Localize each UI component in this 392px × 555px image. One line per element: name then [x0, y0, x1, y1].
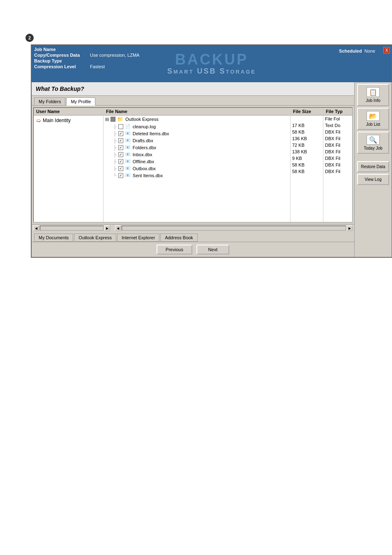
- left-panel: What To Backup? My Folders My Profile Us…: [32, 82, 355, 257]
- copy-compress-value: Use compression, LZMA: [90, 53, 139, 58]
- job-list-icon: 📂: [367, 111, 380, 121]
- item-0-checkbox[interactable]: [118, 124, 123, 129]
- dbx-file-icon-7: 📧: [125, 173, 131, 178]
- size-6: 58 KB: [291, 162, 323, 168]
- top-tabs: My Folders My Profile: [32, 96, 354, 106]
- dbx-file-icon-2: 📧: [125, 138, 131, 143]
- tree-line: └: [113, 173, 117, 178]
- next-button[interactable]: Next: [196, 245, 229, 254]
- view-log-label: View Log: [365, 177, 382, 182]
- tree-line: ├: [113, 124, 117, 129]
- user-name-header: User Name: [34, 108, 103, 116]
- scroll-right-btn[interactable]: ▶: [104, 225, 110, 231]
- view-log-button[interactable]: View Log: [357, 174, 389, 185]
- tree-line: ├: [113, 138, 117, 143]
- tree-item[interactable]: ├ 📧 Folders.dbx: [104, 144, 290, 151]
- item-7-label: Sent Items.dbx: [133, 173, 163, 178]
- step-number: 2: [25, 34, 34, 42]
- item-2-checkbox[interactable]: [118, 138, 123, 143]
- previous-button[interactable]: Previous: [157, 245, 192, 254]
- tree-item[interactable]: ├ 📧 Deleted Items.dbx: [104, 130, 290, 137]
- tree-item[interactable]: └ 📧 Sent Items.dbx: [104, 172, 290, 179]
- size-5: 9 KB: [291, 155, 323, 162]
- job-info-icon: 📋: [367, 87, 380, 97]
- header-info: Job Name Copy/Compress Data Use compress…: [34, 47, 389, 69]
- tree-expand-icon: ⊟: [105, 117, 109, 122]
- file-type-pane: File Typ File Fol Text Do DBX Fil DBX Fi…: [323, 108, 352, 222]
- file-size-header: File Size: [291, 108, 323, 116]
- tree-item[interactable]: ├ 📧 Offline.dbx: [104, 158, 290, 165]
- file-browser: User Name ➯ Main Identity File Name ⊟ 📁 …: [33, 107, 353, 222]
- dbx-file-icon-5: 📧: [125, 159, 131, 164]
- size-1: 58 KB: [291, 129, 323, 135]
- type-7: DBX Fil: [323, 168, 352, 175]
- dbx-file-icon-6: 📧: [125, 166, 131, 171]
- user-pane: User Name ➯ Main Identity: [34, 108, 104, 222]
- user-arrow-icon: ➯: [36, 117, 41, 124]
- tab-address-book[interactable]: Address Book: [160, 234, 197, 242]
- item-3-label: Folders.dbx: [133, 145, 156, 150]
- type-0: Text Do: [323, 122, 352, 129]
- size-7: 58 KB: [291, 168, 323, 175]
- compression-level-value: Fastest: [90, 64, 105, 69]
- type-root: File Fol: [323, 116, 352, 122]
- today-job-button[interactable]: 🔍 Today Job: [357, 132, 389, 154]
- tab-my-documents[interactable]: My Documents: [34, 234, 73, 242]
- size-root: [291, 116, 323, 122]
- nav-buttons: Previous Next: [32, 242, 354, 257]
- user-label: Main Identity: [43, 118, 71, 123]
- item-6-checkbox[interactable]: [118, 166, 123, 171]
- job-name-label: Job Name: [34, 47, 88, 52]
- size-2: 136 KB: [291, 135, 323, 142]
- tree-line: ├: [113, 159, 117, 164]
- item-2-label: Drafts.dbx: [133, 138, 153, 143]
- item-1-checkbox[interactable]: [118, 131, 123, 136]
- item-4-checkbox[interactable]: [118, 152, 123, 157]
- tree-item[interactable]: ├ 📧 Outbox.dbx: [104, 165, 290, 172]
- tab-internet-explorer[interactable]: Internet Explorer: [117, 234, 159, 242]
- dbx-file-icon-3: 📧: [125, 145, 131, 150]
- type-4: DBX Fil: [323, 148, 352, 155]
- job-list-button[interactable]: 📂 Job List: [357, 108, 389, 130]
- job-info-button[interactable]: 📋 Job Info: [357, 84, 389, 106]
- tree-item[interactable]: ├ 📄 cleanup.log: [104, 123, 290, 130]
- tree-line: ├: [113, 166, 117, 171]
- content-area: What To Backup? My Folders My Profile Us…: [32, 82, 392, 257]
- tree-item[interactable]: ├ 📧 Inbox.dbx: [104, 151, 290, 158]
- item-5-checkbox[interactable]: [118, 159, 123, 164]
- file-scroll-right-btn[interactable]: ▶: [347, 225, 353, 231]
- scroll-left-btn[interactable]: ◀: [33, 225, 39, 231]
- size-4: 138 KB: [291, 148, 323, 155]
- item-1-label: Deleted Items.dbx: [133, 131, 169, 136]
- outlook-folder-icon: 📁: [117, 116, 123, 122]
- item-3-checkbox[interactable]: [118, 145, 123, 150]
- item-4-label: Inbox.dbx: [133, 152, 152, 157]
- file-hscroll[interactable]: [122, 226, 346, 231]
- right-sidebar: 📋 Job Info 📂 Job List 🔍 Today Job Restor…: [355, 82, 392, 257]
- tree-line: ├: [113, 131, 117, 136]
- item-7-checkbox[interactable]: [118, 173, 123, 178]
- item-5-label: Offline.dbx: [133, 159, 154, 164]
- text-file-icon: 📄: [125, 124, 131, 129]
- item-6-label: Outbox.dbx: [133, 166, 156, 171]
- bottom-tabs: My Documents Outlook Express Internet Ex…: [32, 232, 354, 242]
- tree-root[interactable]: ⊟ 📁 Outlook Express: [104, 116, 290, 123]
- dbx-file-icon: 📧: [125, 131, 131, 136]
- restore-data-button[interactable]: Restore Data: [357, 161, 389, 172]
- type-1: DBX Fil: [323, 129, 352, 135]
- file-scroll-left-btn[interactable]: ◀: [115, 225, 121, 231]
- tab-my-folders[interactable]: My Folders: [34, 97, 65, 105]
- root-checkbox[interactable]: [111, 117, 115, 122]
- user-item[interactable]: ➯ Main Identity: [34, 116, 103, 125]
- type-5: DBX Fil: [323, 155, 352, 162]
- file-type-header: File Typ: [323, 108, 352, 116]
- tab-outlook-express[interactable]: Outlook Express: [74, 234, 116, 242]
- copy-compress-label: Copy/Compress Data: [34, 53, 88, 58]
- header-bar: BACKUP Smart USB Storage Job Name Copy/C…: [32, 45, 392, 82]
- type-3: DBX Fil: [323, 142, 352, 148]
- left-hscroll[interactable]: [40, 226, 104, 231]
- tab-my-profile[interactable]: My Profile: [66, 97, 95, 106]
- tree-item[interactable]: ├ 📧 Drafts.dbx: [104, 137, 290, 144]
- type-6: DBX Fil: [323, 162, 352, 168]
- dbx-file-icon-4: 📧: [125, 152, 131, 157]
